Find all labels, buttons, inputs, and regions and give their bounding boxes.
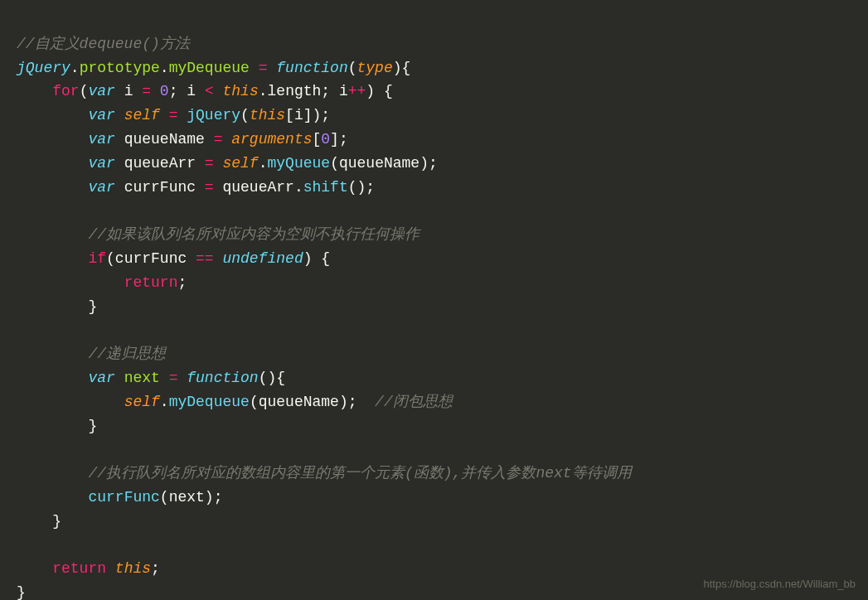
punct: ){ [393,60,411,76]
variable: queueName [115,131,214,148]
punct: ) { [366,83,392,99]
keyword: if [88,250,106,267]
number: 0 [160,83,169,99]
identifier: jQuery [17,60,70,76]
indent [17,107,88,123]
operator: = [205,155,223,172]
punct: ; i [321,83,347,99]
indent [17,513,52,530]
brace: } [52,513,61,530]
indent [17,83,52,99]
keyword: var [88,131,114,148]
identifier: self [222,155,258,172]
punct: ; [151,560,160,577]
keyword: return [124,274,178,291]
punct: [ [312,131,321,148]
indent [17,418,88,434]
indent [17,131,88,148]
method: myQueue [268,155,331,172]
punct: (currFunc [106,250,196,267]
param: type [357,60,393,76]
function-call: currFunc [88,489,159,506]
keyword: function [187,370,258,386]
variable: self [115,107,160,123]
punct: [i]); [285,107,330,123]
indent [17,489,88,506]
punct: (next); [160,489,223,506]
comment-line: //如果该队列名所对应内容为空则不执行任何操作 [88,226,419,243]
keyword: return [52,560,106,577]
operator: = [214,131,232,148]
punct: (queueName); [250,394,375,410]
identifier: queueArr. [222,179,303,196]
property: myDequeue [169,60,250,76]
property: prototype [80,60,160,76]
punct: . [259,155,268,172]
indent [17,346,88,362]
punct: ; i [169,83,205,99]
punct: ( [240,107,250,123]
indent [17,370,88,386]
punct: ( [80,83,89,99]
code-block: //自定义dequeue()方法 jQuery.prototype.myDequ… [17,8,851,600]
operator: = [160,370,187,386]
number: 0 [321,131,330,148]
indent [17,226,88,243]
method: myDequeue [169,394,250,410]
property: length [268,83,322,99]
keyword: var [88,370,114,386]
indent [17,465,88,481]
undefined: undefined [222,250,303,267]
punct: ]; [330,131,348,148]
this: this [223,83,259,99]
variable: next [115,370,160,386]
variable: queueArr [115,155,205,172]
function-call: jQuery [187,107,240,123]
brace: } [88,298,97,315]
punct: . [160,60,169,76]
punct: . [70,60,80,76]
keyword: function [276,60,347,76]
punct: ( [348,60,357,76]
keyword: var [88,107,114,123]
comment-line: //执行队列名所对应的数组内容里的第一个元素(函数),并传入参数next等待调用 [88,465,631,481]
indent [17,298,88,315]
punct: (queueName); [330,155,438,172]
keyword: var [88,179,114,196]
punct: . [259,83,268,99]
operator: ++ [348,83,366,99]
indent [17,394,124,410]
comment-line: //自定义dequeue()方法 [17,36,190,52]
watermark: https://blog.csdn.net/William_bb [703,576,856,593]
punct: (); [348,179,375,196]
indent [17,155,88,172]
method: shift [303,179,348,196]
operator: = [142,83,160,99]
indent [17,250,88,267]
indent [17,179,88,196]
comment-line: //递归思想 [88,346,166,362]
punct: ) { [303,250,330,267]
punct: (){ [259,370,285,386]
punct: ; [177,274,187,291]
keyword: var [88,155,114,172]
variable: currFunc [115,179,205,196]
operator: < [205,83,223,99]
keyword: var [88,83,114,99]
this: this [106,560,151,577]
identifier: i [115,83,142,99]
identifier: arguments [231,131,312,148]
punct: . [160,394,169,410]
operator: = [160,107,187,123]
comment-inline: //闭包思想 [375,394,453,410]
operator: = [250,60,276,76]
indent [17,274,124,291]
brace: } [17,584,26,600]
operator: = [205,179,223,196]
identifier: self [124,394,160,410]
operator: == [196,250,222,267]
brace: } [88,418,97,434]
indent [17,560,52,577]
keyword: for [52,83,79,99]
this: this [250,107,285,123]
